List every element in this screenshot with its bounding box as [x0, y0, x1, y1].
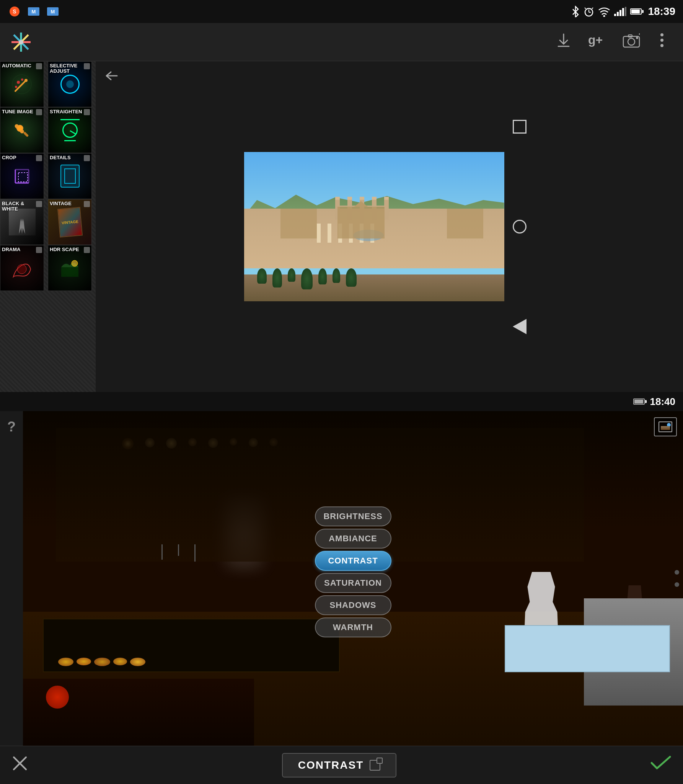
- svg-rect-40: [23, 131, 29, 137]
- ambiance-menu-item[interactable]: AMBIANCE: [315, 529, 391, 549]
- svg-point-22: [19, 40, 23, 44]
- tool-bw-label: BLACK & WHITE: [2, 201, 33, 212]
- barcelona-main-building: [337, 206, 384, 238]
- tool-vintage-label: VINTAGE: [50, 201, 72, 206]
- svg-rect-12: [614, 14, 616, 16]
- side-dot-1: [675, 570, 679, 575]
- download-button[interactable]: [555, 32, 572, 52]
- tool-crop-badge: [36, 155, 42, 161]
- svg-rect-15: [622, 8, 624, 16]
- warmth-menu-item[interactable]: WARMTH: [315, 617, 391, 637]
- svg-rect-44: [18, 173, 28, 182]
- status-bar-bottom: 18:40: [0, 392, 683, 411]
- shadows-menu-item[interactable]: SHADOWS: [315, 595, 391, 615]
- side-dots: [675, 570, 679, 587]
- camera-button[interactable]: [622, 32, 641, 52]
- kitchen-grill: [43, 619, 340, 672]
- square-mode-button[interactable]: [508, 115, 531, 138]
- status-time-bottom: 18:40: [650, 396, 676, 408]
- barcelona-trees: [244, 268, 504, 289]
- svg-point-47: [17, 265, 26, 274]
- svg-point-11: [603, 15, 605, 17]
- tool-black-white[interactable]: BLACK & WHITE: [0, 199, 44, 245]
- status-system-icons: [571, 6, 642, 17]
- gmail-icon-2: M: [46, 5, 60, 18]
- svg-rect-14: [619, 10, 621, 16]
- cutting-board: [505, 625, 670, 672]
- svg-text:M: M: [51, 9, 55, 15]
- bluetooth-icon: [571, 6, 580, 17]
- straighten-icon: [60, 119, 80, 141]
- tool-automatic-label: AUTOMATIC: [2, 63, 31, 69]
- alarm-icon: [584, 6, 594, 17]
- svg-point-49: [72, 260, 78, 266]
- status-info-right: 18:39: [571, 5, 675, 18]
- google-plus-button[interactable]: g+: [587, 32, 606, 52]
- more-button[interactable]: [656, 32, 668, 52]
- details-icon: [60, 165, 80, 188]
- bottom-status-right: 18:40: [633, 396, 676, 408]
- action-label-icon: [370, 760, 380, 771]
- svg-point-36: [17, 81, 20, 84]
- svg-text:M: M: [32, 9, 36, 15]
- app-logo[interactable]: [8, 29, 34, 56]
- svg-rect-48: [61, 267, 78, 277]
- tool-details[interactable]: DETAILS: [48, 153, 92, 199]
- tool-selective-adjust[interactable]: SELECTIVE ADJUST: [48, 61, 92, 107]
- cooking-food: [58, 658, 145, 666]
- tool-hdr-label: HDR SCAPE: [50, 247, 79, 252]
- main-content-area: AUTOMATIC SELECTIVE ADJUST: [0, 61, 683, 392]
- kitchen-lower-left: [23, 679, 254, 746]
- tool-vintage-badge: [84, 201, 90, 207]
- svg-text:S: S: [13, 8, 16, 15]
- bottom-left-panel: ?: [0, 411, 23, 746]
- gmail-icon: M: [27, 5, 41, 18]
- top-screen: S M M: [0, 0, 683, 392]
- action-label-button[interactable]: CONTRAST: [282, 753, 397, 777]
- photo-icon: [659, 421, 672, 432]
- tool-hdr-scape[interactable]: HDR SCAPE: [48, 245, 92, 291]
- barcelona-right-pavilion: [447, 209, 483, 238]
- vintage-icon: VINTAGE: [57, 207, 82, 237]
- back-triangle-button[interactable]: [508, 315, 531, 338]
- tool-straighten[interactable]: STRAIGHTEN: [48, 107, 92, 153]
- tool-straighten-label: STRAIGHTEN: [50, 109, 82, 114]
- svg-point-38: [15, 86, 17, 88]
- tool-selective-label: SELECTIVE ADJUST: [50, 63, 80, 74]
- photo-canvas-area: [96, 61, 683, 392]
- help-button[interactable]: ?: [7, 419, 16, 435]
- svg-point-26: [628, 38, 635, 45]
- photo-gallery-button[interactable]: [654, 417, 677, 436]
- contrast-menu-item[interactable]: CONTRAST: [315, 551, 391, 571]
- svg-point-30: [660, 33, 663, 36]
- tool-straighten-badge: [84, 109, 90, 115]
- back-button[interactable]: [103, 69, 119, 86]
- brightness-menu-item[interactable]: BRIGHTNESS: [315, 506, 391, 526]
- tool-crop[interactable]: CROP: [0, 153, 44, 199]
- wifi-icon: [598, 6, 610, 17]
- signal-icon: [614, 7, 626, 16]
- bottom-action-bar: CONTRAST: [0, 746, 683, 784]
- tool-drama-label: DRAMA: [2, 247, 20, 252]
- tool-drama[interactable]: DRAMA: [0, 245, 44, 291]
- cancel-button[interactable]: [11, 755, 28, 776]
- svg-text:g+: g+: [588, 33, 603, 47]
- tool-tune-image[interactable]: TUNE IMAGE: [0, 107, 44, 153]
- svg-point-28: [636, 37, 638, 39]
- circle-mode-button[interactable]: [508, 215, 531, 238]
- tool-automatic[interactable]: AUTOMATIC: [0, 61, 44, 107]
- tool-details-label: DETAILS: [50, 155, 71, 160]
- svg-rect-13: [617, 12, 619, 16]
- selective-icon: [60, 75, 80, 94]
- battery-icon-bottom: [633, 399, 645, 405]
- confirm-button[interactable]: [650, 755, 672, 776]
- svg-line-10: [592, 8, 593, 9]
- saturation-menu-item[interactable]: SATURATION: [315, 573, 391, 593]
- tool-vintage[interactable]: VINTAGE VINTAGE: [48, 199, 92, 245]
- tools-sidebar: AUTOMATIC SELECTIVE ADJUST: [0, 61, 96, 392]
- side-dot-2: [675, 582, 679, 587]
- bottom-screen: 18:40 ?: [0, 392, 683, 784]
- status-icons-left: S M M: [8, 5, 60, 18]
- tool-automatic-badge: [36, 63, 42, 69]
- kitchen-photo: BRIGHTNESS AMBIANCE CONTRAST SATURATION …: [23, 411, 683, 746]
